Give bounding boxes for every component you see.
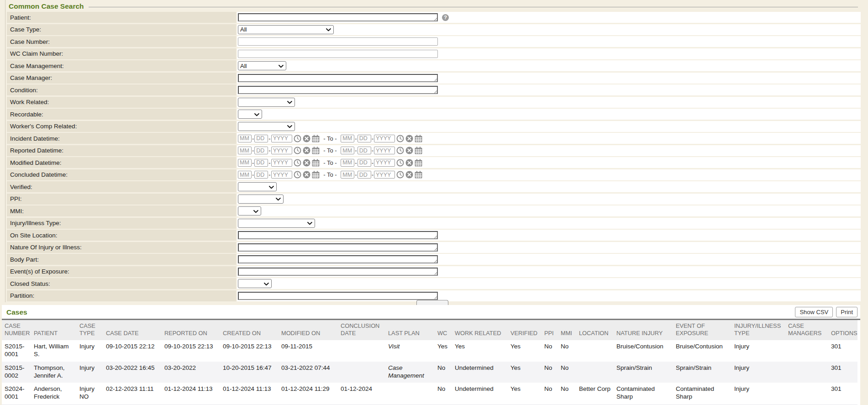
wc-claim-number-field[interactable]	[238, 50, 438, 58]
modified-datetime-from-day-input[interactable]: DD	[254, 159, 268, 167]
work-related-select[interactable]	[238, 98, 295, 107]
closed-status-select[interactable]	[238, 279, 272, 288]
incident-datetime-from-year-input[interactable]: YYYY	[271, 135, 292, 142]
modified-datetime-to-day-input[interactable]: DD	[358, 159, 371, 167]
calendar-icon[interactable]	[415, 147, 422, 154]
concluded-datetime-from-date-group: MM-DD-YYYY	[238, 171, 320, 179]
modified-datetime-to-year-input[interactable]: YYYY	[374, 159, 395, 167]
nature-of-injury-field[interactable]	[238, 243, 438, 252]
show-csv-button[interactable]: Show CSV	[795, 307, 833, 317]
clear-icon[interactable]	[405, 171, 413, 179]
clock-icon[interactable]	[396, 171, 404, 179]
reported-datetime-to-day-input[interactable]: DD	[358, 147, 371, 154]
calendar-icon[interactable]	[415, 159, 422, 167]
modified-datetime-to-month-input[interactable]: MM	[341, 159, 354, 167]
on-site-location-field[interactable]	[238, 231, 438, 239]
field-label: Verified:	[10, 184, 32, 190]
cell-case_type: Injury	[77, 340, 103, 362]
calendar-icon[interactable]	[312, 147, 320, 154]
field-label-workers-comp-related: Worker's Comp Related:	[7, 121, 236, 132]
clock-icon[interactable]	[294, 135, 301, 142]
search-form: Patient:?Case Type:AllCase Number:WC Cla…	[7, 12, 861, 301]
print-button[interactable]: Print	[836, 307, 857, 317]
recordable-select[interactable]	[238, 110, 262, 119]
field-label-case-type: Case Type:	[7, 24, 236, 35]
modified-datetime-from-month-input[interactable]: MM	[238, 159, 252, 167]
field-label-case-number: Case Number:	[7, 36, 236, 47]
cell-reported_on: 01-12-2024 11:13	[162, 383, 220, 404]
field-label: Case Manager:	[10, 74, 52, 81]
field-label: Nature Of Injury or Illness:	[10, 244, 82, 251]
reported-datetime-from-day-input[interactable]: DD	[254, 147, 268, 154]
concluded-datetime-to-month-input[interactable]: MM	[341, 171, 354, 179]
form-row-patient: Patient:?	[7, 12, 861, 23]
help-icon[interactable]: ?	[442, 14, 449, 21]
concluded-datetime-from-month-input[interactable]: MM	[238, 171, 252, 179]
title-rule	[89, 7, 858, 7]
mmi-select[interactable]	[238, 206, 261, 216]
calendar-icon[interactable]	[312, 159, 320, 167]
field-label: Recordable:	[10, 111, 43, 118]
cell-conclusion_date	[338, 340, 385, 362]
input-cell-recordable	[237, 109, 861, 120]
patient-field[interactable]	[238, 13, 438, 21]
reported-datetime-from-month-input[interactable]: MM	[238, 147, 252, 154]
concluded-datetime-to-day-input[interactable]: DD	[358, 171, 371, 179]
cell-case_number: S2015-0001	[2, 340, 31, 362]
cell-modified_on: 03-21-2022 07:44	[279, 362, 338, 383]
case-manager-field[interactable]	[238, 74, 438, 82]
clock-icon[interactable]	[396, 159, 404, 167]
concluded-datetime-from-day-input[interactable]: DD	[254, 171, 268, 179]
incident-datetime-to-year-input[interactable]: YYYY	[374, 135, 395, 142]
events-of-exposure-field[interactable]	[238, 268, 438, 276]
reported-datetime-to-year-input[interactable]: YYYY	[374, 147, 395, 154]
concluded-datetime-to-year-input[interactable]: YYYY	[374, 171, 395, 179]
incident-datetime-to-month-input[interactable]: MM	[341, 135, 354, 142]
field-label: Worker's Comp Related:	[10, 123, 77, 130]
verified-select[interactable]	[238, 182, 277, 191]
reported-datetime-from-year-input[interactable]: YYYY	[271, 147, 292, 154]
calendar-icon[interactable]	[415, 171, 422, 179]
calendar-icon[interactable]	[312, 171, 320, 179]
clear-icon[interactable]	[303, 135, 310, 142]
case-management-select[interactable]: All	[238, 61, 286, 70]
resize-grip-icon	[433, 247, 437, 251]
clear-icon[interactable]	[303, 147, 310, 154]
injury-illness-type-select[interactable]	[238, 219, 315, 228]
clock-icon[interactable]	[294, 147, 301, 154]
clock-icon[interactable]	[396, 135, 404, 142]
reported-datetime-to-month-input[interactable]: MM	[341, 147, 354, 154]
workers-comp-related-select[interactable]	[238, 122, 295, 131]
form-row-wc-claim-number: WC Claim Number:	[7, 48, 861, 59]
field-label: Case Number:	[10, 38, 50, 45]
col-header-case_date: CASE DATE	[103, 320, 162, 340]
clear-icon[interactable]	[303, 159, 310, 167]
incident-datetime-from-day-input[interactable]: DD	[254, 135, 268, 142]
body-part-field[interactable]	[238, 255, 438, 263]
clock-icon[interactable]	[396, 147, 404, 154]
calendar-icon[interactable]	[415, 135, 422, 142]
clock-icon[interactable]	[294, 171, 301, 179]
clear-icon[interactable]	[405, 135, 413, 142]
cell-event_of_exposure: Contaminated Sharp	[673, 383, 731, 404]
case-number-field[interactable]	[238, 37, 438, 46]
case-type-select[interactable]: All	[238, 25, 334, 34]
col-header-case_managers: CASE MANAGERS	[785, 320, 828, 340]
incident-datetime-from-month-input[interactable]: MM	[238, 135, 252, 142]
calendar-icon[interactable]	[312, 135, 320, 142]
clear-icon[interactable]	[303, 171, 310, 179]
col-header-wc: WC	[435, 320, 452, 340]
concluded-datetime-from-year-input[interactable]: YYYY	[271, 171, 292, 179]
search-submit-button-partial[interactable]	[416, 300, 448, 305]
condition-field[interactable]	[238, 86, 438, 94]
clear-icon[interactable]	[405, 147, 413, 154]
partition-field[interactable]	[238, 292, 438, 300]
modified-datetime-from-year-input[interactable]: YYYY	[271, 159, 292, 167]
cell-conclusion_date: 01-12-2024	[338, 383, 385, 404]
clear-icon[interactable]	[405, 159, 413, 167]
modified-datetime-range-separator: - To -	[322, 159, 339, 166]
clock-icon[interactable]	[294, 159, 301, 167]
incident-datetime-to-day-input[interactable]: DD	[358, 135, 371, 142]
ppi-select[interactable]	[238, 195, 284, 204]
input-cell-concluded-datetime: MM-DD-YYYY - To - MM-DD-YYYY	[237, 169, 861, 180]
